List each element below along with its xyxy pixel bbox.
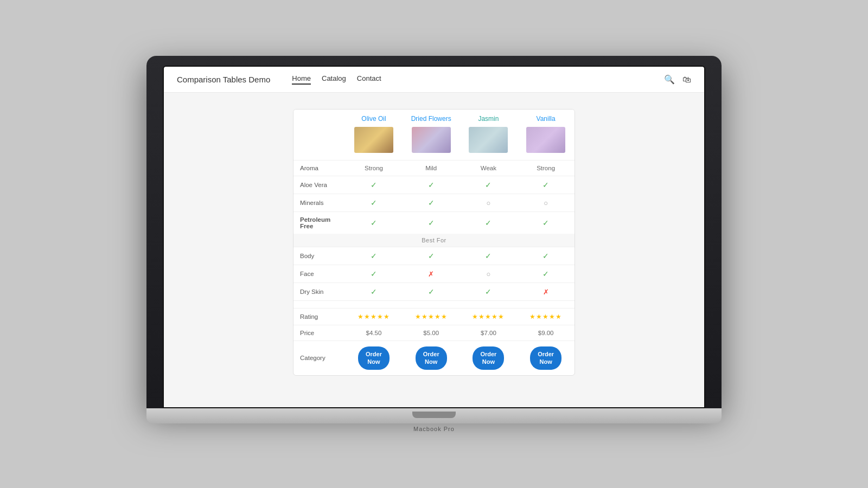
- row-aloe-vera: Aloe Vera ✓ ✓ ✓ ✓: [293, 176, 575, 194]
- order-now-button-dried[interactable]: OrderNow: [416, 346, 447, 370]
- label-dry-skin: Dry Skin: [293, 283, 345, 301]
- comparison-table: Olive Oil Dried Flowers Jasmin Vanilla: [293, 110, 575, 375]
- val-price-dried: $5.00: [403, 325, 460, 341]
- val-dryskin-olive: ✓: [345, 283, 403, 301]
- check-icon: ✓: [485, 181, 492, 189]
- nav-link-contact[interactable]: Contact: [357, 74, 381, 85]
- row-minerals: Minerals ✓ ✓ ○ ○: [293, 194, 575, 212]
- order-cell-olive: OrderNow: [345, 341, 403, 375]
- val-petro-dried: ✓: [403, 212, 460, 234]
- order-now-button-jasmin[interactable]: OrderNow: [473, 346, 504, 370]
- row-price: Price $4.50 $5.00 $7.00 $9.00: [293, 325, 575, 341]
- val-dryskin-vanilla: ✗: [517, 283, 575, 301]
- val-dryskin-dried: ✓: [403, 283, 460, 301]
- row-petroleum-free: Petroleum Free ✓ ✓ ✓ ✓: [293, 212, 575, 234]
- check-icon: ✓: [428, 287, 435, 296]
- val-rating-dried: ★★★★★: [403, 309, 460, 325]
- val-petro-olive: ✓: [345, 212, 403, 234]
- circle-icon: ○: [544, 199, 548, 207]
- circle-icon: ○: [486, 270, 490, 278]
- val-body-dried: ✓: [403, 247, 460, 265]
- product-image-jasmin: [469, 127, 508, 153]
- cart-icon[interactable]: 🛍: [682, 75, 691, 85]
- nav-icon-group: 🔍 🛍: [664, 74, 691, 85]
- val-price-olive: $4.50: [345, 325, 403, 341]
- product-name-dried-flowers: Dried Flowers: [403, 110, 460, 125]
- val-price-vanilla: $9.00: [517, 325, 575, 341]
- val-petro-vanilla: ✓: [517, 212, 575, 234]
- check-icon: ✓: [371, 219, 377, 227]
- nav-brand: Comparison Tables Demo: [177, 75, 270, 84]
- check-icon: ✓: [485, 287, 492, 296]
- order-now-button-vanilla[interactable]: OrderNow: [530, 346, 561, 370]
- val-body-vanilla: ✓: [517, 247, 575, 265]
- check-icon: ✓: [485, 219, 492, 227]
- laptop-frame: Comparison Tables Demo Home Catalog Cont…: [146, 56, 722, 408]
- label-category: Category: [293, 341, 345, 375]
- img-cell-olive: [345, 125, 403, 160]
- check-icon: ✓: [542, 252, 549, 260]
- img-cell-vanilla: [517, 125, 575, 160]
- stars-jasmin: ★★★★★: [472, 313, 505, 320]
- order-now-button-olive[interactable]: OrderNow: [358, 346, 390, 370]
- circle-icon: ○: [486, 199, 490, 207]
- label-aroma: Aroma: [293, 160, 345, 176]
- nav-link-catalog[interactable]: Catalog: [322, 74, 346, 85]
- val-minerals-olive: ✓: [345, 194, 403, 212]
- product-name-jasmin: Jasmin: [460, 110, 518, 125]
- laptop-label: Macbook Pro: [413, 426, 455, 432]
- comparison-table-wrapper: Olive Oil Dried Flowers Jasmin Vanilla: [293, 109, 575, 376]
- val-face-dried: ✗: [403, 265, 460, 283]
- navbar: Comparison Tables Demo Home Catalog Cont…: [164, 67, 704, 93]
- row-aroma: Aroma Strong Mild Weak Strong: [293, 160, 575, 176]
- val-aloe-jasmin: ✓: [460, 176, 518, 194]
- val-aroma-jasmin: Weak: [460, 160, 518, 176]
- section-best-for: Best For: [293, 234, 575, 247]
- val-aroma-dried: Mild: [403, 160, 460, 176]
- product-name-vanilla: Vanilla: [517, 110, 575, 125]
- row-face: Face ✓ ✗ ○ ✓: [293, 265, 575, 283]
- laptop-notch: [412, 412, 456, 418]
- stars-vanilla: ★★★★★: [529, 313, 562, 320]
- val-dryskin-jasmin: ✓: [460, 283, 518, 301]
- section-label-best-for: Best For: [293, 234, 575, 247]
- val-rating-olive: ★★★★★: [345, 309, 403, 325]
- val-face-olive: ✓: [345, 265, 403, 283]
- val-face-vanilla: ✓: [517, 265, 575, 283]
- row-body: Body ✓ ✓ ✓ ✓: [293, 247, 575, 265]
- label-rating: Rating: [293, 309, 345, 325]
- val-petro-jasmin: ✓: [460, 212, 518, 234]
- label-aloe-vera: Aloe Vera: [293, 176, 345, 194]
- check-icon: ✓: [428, 252, 435, 260]
- val-rating-jasmin: ★★★★★: [460, 309, 518, 325]
- label-minerals: Minerals: [293, 194, 345, 212]
- order-cell-dried: OrderNow: [403, 341, 460, 375]
- val-aloe-dried: ✓: [403, 176, 460, 194]
- row-dry-skin: Dry Skin ✓ ✓ ✓ ✗: [293, 283, 575, 301]
- img-cell-dried: [403, 125, 460, 160]
- val-price-jasmin: $7.00: [460, 325, 518, 341]
- nav-link-home[interactable]: Home: [292, 74, 311, 85]
- val-rating-vanilla: ★★★★★: [517, 309, 575, 325]
- val-minerals-vanilla: ○: [517, 194, 575, 212]
- nav-links: Home Catalog Contact: [292, 74, 664, 85]
- check-icon: ✓: [428, 219, 435, 227]
- check-icon: ✓: [428, 181, 435, 189]
- check-icon: ✓: [542, 181, 549, 189]
- check-icon: ✓: [485, 252, 492, 260]
- order-cell-vanilla: OrderNow: [517, 341, 575, 375]
- order-cell-jasmin: OrderNow: [460, 341, 518, 375]
- val-aroma-vanilla: Strong: [517, 160, 575, 176]
- search-icon[interactable]: 🔍: [664, 74, 675, 85]
- check-icon: ✓: [371, 198, 377, 207]
- product-image-dried: [412, 127, 451, 153]
- label-price: Price: [293, 325, 345, 341]
- val-aloe-vanilla: ✓: [517, 176, 575, 194]
- laptop-screen: Comparison Tables Demo Home Catalog Cont…: [163, 66, 705, 408]
- stars-dried: ★★★★★: [415, 313, 448, 320]
- row-category: Category OrderNow OrderNow OrderNow: [293, 341, 575, 375]
- label-face: Face: [293, 265, 345, 283]
- product-name-olive-oil: Olive Oil: [345, 110, 403, 125]
- product-name-row: Olive Oil Dried Flowers Jasmin Vanilla: [293, 110, 575, 125]
- val-body-jasmin: ✓: [460, 247, 518, 265]
